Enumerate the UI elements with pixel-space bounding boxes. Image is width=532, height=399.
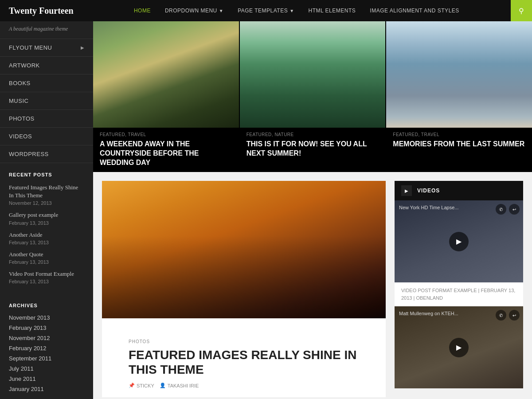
share-icon-2: ↩ xyxy=(509,310,520,321)
featured-post[interactable]: PHOTOS FEATURED IMAGES REALLY SHINE IN T… xyxy=(102,181,386,397)
recent-post-date: February 13, 2013 xyxy=(9,279,84,284)
recent-post-date: February 13, 2013 xyxy=(9,240,84,245)
hero-category-3: FEATURED, TRAVEL xyxy=(393,132,525,137)
search-button[interactable]: ⚲ xyxy=(511,0,532,21)
main-content: FEATURED, TRAVEL A WEEKEND AWAY IN THE C… xyxy=(93,21,532,399)
video-play-button-1[interactable]: ▶ xyxy=(449,232,469,251)
sidebar-item-books[interactable]: BOOKS xyxy=(0,74,93,92)
video-meta-1: VIDEO POST FORMAT EXAMPLE | FEBRUARY 13,… xyxy=(401,287,516,301)
hero-item-1[interactable]: FEATURED, TRAVEL A WEEKEND AWAY IN THE C… xyxy=(93,21,239,172)
hero-title-3: MEMORIES FROM THE LAST SUMMER xyxy=(393,140,525,149)
archives-title: ARCHIVES xyxy=(9,303,84,308)
archive-item[interactable]: February 2012 xyxy=(9,345,84,352)
site-title[interactable]: Twenty Fourteen xyxy=(0,6,82,16)
sidebar-item-flyout-menu[interactable]: FLYOUT MENU ▶ xyxy=(0,39,93,57)
nav-image-alignment[interactable]: IMAGE ALIGNMENT AND STYLES xyxy=(363,0,466,21)
site-tagline: A beautiful magazine theme xyxy=(0,21,93,39)
list-item[interactable]: Another Aside February 13, 2013 xyxy=(9,231,84,245)
nav-home[interactable]: HOME xyxy=(127,0,158,21)
hero-info-1: FEATURED, TRAVEL A WEEKEND AWAY IN THE C… xyxy=(93,128,239,172)
video-label-2: Matt Mullenweg on KTEH... xyxy=(399,311,458,316)
video-overlay-icons: ✆ ↩ xyxy=(496,204,520,215)
recent-posts-section: RECENT POSTS Featured Images Really Shin… xyxy=(0,163,93,294)
recent-post-date: November 12, 2013 xyxy=(9,200,84,206)
hero-item-3[interactable]: FEATURED, TRAVEL MEMORIES FROM THE LAST … xyxy=(385,21,532,172)
hero-item-2[interactable]: FEATURED, NATURE THIS IS IT FOR NOW! SEE… xyxy=(239,21,386,172)
recent-post-date: February 13, 2013 xyxy=(9,259,84,265)
archive-item[interactable]: November 2013 xyxy=(9,314,84,321)
video-label-1: New York HD Time Lapse... xyxy=(399,205,459,210)
sidebar-item-artwork[interactable]: ARTWORK xyxy=(0,57,93,74)
sidebar-item-wordpress[interactable]: WORDPRESS xyxy=(0,145,93,163)
flyout-arrow: ▶ xyxy=(81,45,85,50)
sidebar: A beautiful magazine theme FLYOUT MENU ▶… xyxy=(0,21,93,399)
featured-post-overlay: PHOTOS FEATURED IMAGES REALLY SHINE IN T… xyxy=(120,330,368,397)
video-info-1: VIDEO POST FORMAT EXAMPLE | FEBRUARY 13,… xyxy=(395,282,523,306)
archive-item[interactable]: February 2013 xyxy=(9,325,84,331)
video-play-button-2[interactable]: ▶ xyxy=(449,338,469,357)
archive-item[interactable]: June 2011 xyxy=(9,376,84,382)
archive-item[interactable]: January 2011 xyxy=(9,386,84,392)
recent-post-title: Gallery post example xyxy=(9,211,84,219)
widget-header: ▶ VIDEOS xyxy=(395,181,523,200)
post-meta: 📌 STICKY 👤 TAKASHI IRIE xyxy=(129,383,359,388)
hero-info-3: FEATURED, TRAVEL MEMORIES FROM THE LAST … xyxy=(386,128,532,156)
hero-title-1: A WEEKEND AWAY IN THE COUNTRYSIDE BEFORE… xyxy=(100,140,232,167)
widget-play-icon: ▶ xyxy=(401,185,412,196)
list-item[interactable]: Featured Images Really Shine In This The… xyxy=(9,184,84,206)
nav-page-templates[interactable]: PAGE TEMPLATES ▼ xyxy=(231,0,301,21)
archives-section: ARCHIVES November 2013 February 2013 Nov… xyxy=(0,294,93,399)
video-thumb-1[interactable]: New York HD Time Lapse... ✆ ↩ ▶ xyxy=(395,200,523,282)
sidebar-item-photos[interactable]: PHOTOS xyxy=(0,110,93,128)
recent-posts-title: RECENT POSTS xyxy=(9,172,84,177)
video-thumb-2[interactable]: Matt Mullenweg on KTEH... ✆ ↩ ▶ xyxy=(395,306,523,388)
post-title: FEATURED IMAGES REALLY SHINE IN THIS THE… xyxy=(129,348,359,377)
hero-category-2: FEATURED, NATURE xyxy=(246,132,379,137)
clock-icon: ✆ xyxy=(496,204,506,215)
share-icon: ↩ xyxy=(509,204,520,215)
video-overlay-icons-2: ✆ ↩ xyxy=(496,310,520,321)
featured-post-image xyxy=(102,181,386,318)
list-item[interactable]: Another Quote February 13, 2013 xyxy=(9,250,84,265)
nav-links: HOME DROPDOWN MENU ▼ PAGE TEMPLATES ▼ HT… xyxy=(82,0,511,21)
list-item[interactable]: Gallery post example February 13, 2013 xyxy=(9,211,84,225)
videos-widget: ▶ VIDEOS New York HD Time Lapse... ✆ ↩ ▶… xyxy=(395,181,523,388)
author-info: 👤 TAKASHI IRIE xyxy=(160,383,199,388)
archive-item[interactable]: July 2011 xyxy=(9,365,84,372)
hero-slider: FEATURED, TRAVEL A WEEKEND AWAY IN THE C… xyxy=(93,21,532,172)
archive-item[interactable]: November 2012 xyxy=(9,335,84,341)
hero-image-2 xyxy=(240,21,386,128)
sidebar-menu: FLYOUT MENU ▶ ARTWORK BOOKS MUSIC PHOTOS… xyxy=(0,39,93,163)
nav-html-elements[interactable]: HTML ELEMENTS xyxy=(301,0,363,21)
sidebar-item-music[interactable]: MUSIC xyxy=(0,92,93,110)
recent-post-title: Video Post Format Example xyxy=(9,270,84,278)
sidebar-item-videos[interactable]: VIDEOS xyxy=(0,128,93,145)
sticky-icon: 📌 xyxy=(129,383,135,388)
hero-category-1: FEATURED, TRAVEL xyxy=(100,132,232,137)
author-icon: 👤 xyxy=(160,383,166,388)
recent-post-title: Another Aside xyxy=(9,231,84,239)
recent-post-title: Another Quote xyxy=(9,250,84,258)
widget-title: VIDEOS xyxy=(417,188,440,194)
clock-icon-2: ✆ xyxy=(496,310,506,321)
archive-item[interactable]: September 2011 xyxy=(9,355,84,362)
hero-image-1 xyxy=(93,21,239,128)
recent-post-title: Featured Images Really Shine In This The… xyxy=(9,184,84,200)
post-category: PHOTOS xyxy=(129,339,359,344)
dropdown-arrow: ▼ xyxy=(219,8,223,13)
search-icon: ⚲ xyxy=(519,7,524,15)
recent-post-date: February 13, 2013 xyxy=(9,220,84,226)
hero-info-2: FEATURED, NATURE THIS IS IT FOR NOW! SEE… xyxy=(240,128,386,165)
sticky-badge: 📌 STICKY xyxy=(129,383,154,388)
nav-dropdown-menu[interactable]: DROPDOWN MENU ▼ xyxy=(158,0,231,21)
top-navigation: Twenty Fourteen HOME DROPDOWN MENU ▼ PAG… xyxy=(0,0,532,21)
dropdown-arrow: ▼ xyxy=(289,8,294,13)
content-area: PHOTOS FEATURED IMAGES REALLY SHINE IN T… xyxy=(93,172,532,399)
hero-title-2: THIS IS IT FOR NOW! SEE YOU ALL NEXT SUM… xyxy=(246,140,379,158)
content-sidebar: ▶ VIDEOS New York HD Time Lapse... ✆ ↩ ▶… xyxy=(395,181,523,397)
list-item[interactable]: Video Post Format Example February 13, 2… xyxy=(9,270,84,284)
page-body: A beautiful magazine theme FLYOUT MENU ▶… xyxy=(0,21,532,399)
hero-image-3 xyxy=(386,21,532,128)
